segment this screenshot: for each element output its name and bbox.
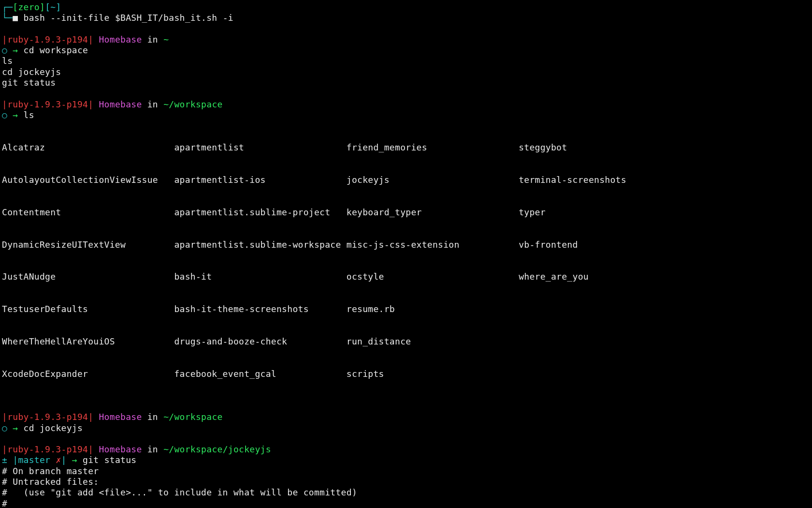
- git-status-line: #: [2, 498, 810, 508]
- prompt-2-context: |ruby-1.9.3-p194| Homebase in ~/workspac…: [2, 99, 810, 110]
- terminal-output[interactable]: ┌─[zero][~] └─■ bash --init-file $BASH_I…: [2, 2, 810, 508]
- ls-row: AutolayoutCollectionViewIssue apartmentl…: [2, 175, 810, 185]
- git-status-line: # (use "git add <file>..." to include in…: [2, 487, 810, 498]
- top-cmd-line: └─■ bash --init-file $BASH_IT/bash_it.sh…: [2, 13, 810, 23]
- prompt-1-cmd: ○ → cd workspace: [2, 45, 810, 56]
- prompt-1-context: |ruby-1.9.3-p194| Homebase in ~: [2, 34, 810, 45]
- ls-output: Alcatraz apartmentlist friend_memories s…: [2, 120, 810, 401]
- history-line: git status: [2, 77, 810, 88]
- git-status-line: # Untracked files:: [2, 477, 810, 487]
- ls-row: Alcatraz apartmentlist friend_memories s…: [2, 142, 810, 153]
- ls-row: DynamicResizeUITextView apartmentlist.su…: [2, 239, 810, 250]
- ls-row: TestuserDefaults bash-it-theme-screensho…: [2, 304, 810, 314]
- prompt-3-context: |ruby-1.9.3-p194| Homebase in ~/workspac…: [2, 412, 810, 422]
- prompt-2-cmd: ○ → ls: [2, 110, 810, 120]
- git-status-line: # On branch master: [2, 466, 810, 477]
- ls-row: JustANudge bash-it ocstyle where_are_you: [2, 271, 810, 282]
- prompt-3-cmd: ○ → cd jockeyjs: [2, 423, 810, 433]
- ls-row: XcodeDocExpander facebook_event_gcal scr…: [2, 369, 810, 379]
- prompt-4-cmd: ± |master ✗| → git status: [2, 455, 810, 465]
- top-host-line: ┌─[zero][~]: [2, 2, 810, 13]
- ls-row: WhereTheHellAreYouiOS drugs-and-booze-ch…: [2, 336, 810, 347]
- ls-row: Contentment apartmentlist.sublime-projec…: [2, 207, 810, 218]
- history-line: ls: [2, 56, 810, 66]
- history-line: cd jockeyjs: [2, 67, 810, 77]
- prompt-4-context: |ruby-1.9.3-p194| Homebase in ~/workspac…: [2, 444, 810, 455]
